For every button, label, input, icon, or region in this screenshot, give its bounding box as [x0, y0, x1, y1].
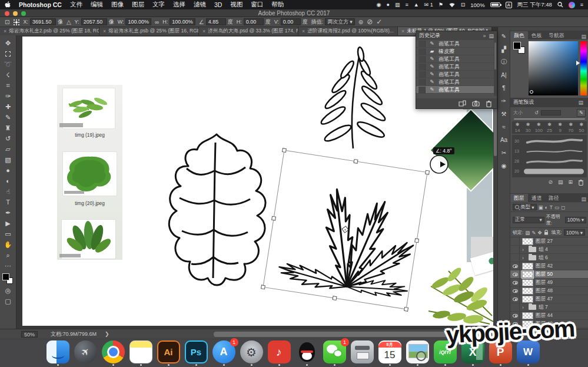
zoom-level-field[interactable]: 50%: [21, 331, 38, 338]
quick-selection-tool[interactable]: ☇: [1, 70, 15, 80]
history-source-checkbox[interactable]: [418, 64, 426, 70]
brush-stroke-item[interactable]: 30: [512, 136, 587, 146]
h-input[interactable]: 100.00%: [170, 18, 195, 25]
close-icon[interactable]: ×: [103, 28, 106, 34]
filter-type-layers-icon[interactable]: T: [550, 204, 553, 210]
dock-illustrator[interactable]: Ai: [157, 340, 180, 366]
dock-qq[interactable]: [295, 340, 318, 366]
marquee-tool[interactable]: [1, 48, 15, 59]
menu-layer[interactable]: 图层: [132, 1, 144, 9]
layer-row[interactable]: 图层 42: [510, 262, 588, 270]
quick-mask-icon[interactable]: ◎: [1, 285, 15, 296]
menu-window[interactable]: 窗口: [251, 1, 263, 9]
history-step[interactable]: ✎画笔工具: [416, 40, 497, 48]
transform-handle-w[interactable]: [271, 216, 276, 221]
history-step[interactable]: ▰橡皮擦: [416, 48, 497, 55]
brush-tip[interactable]: ✱70: [566, 122, 576, 133]
status-arrow-icon[interactable]: ❯: [105, 331, 109, 337]
cancel-transform-button[interactable]: ⊘: [367, 18, 373, 26]
dock-preview[interactable]: [406, 340, 429, 366]
history-step[interactable]: ✎画笔工具: [416, 78, 497, 86]
path-select-tool[interactable]: ▶: [1, 218, 15, 229]
history-source-checkbox[interactable]: [418, 87, 426, 93]
brush-tip[interactable]: ✱30: [523, 122, 533, 133]
crop-tool[interactable]: ⌗: [1, 80, 15, 91]
menu-3d[interactable]: 3D: [214, 1, 222, 8]
filter-adjustment-layers-icon[interactable]: ◐: [545, 204, 548, 210]
history-source-checkbox[interactable]: [418, 56, 426, 62]
hue-slider-arrow[interactable]: [576, 61, 580, 65]
visibility-toggle[interactable]: [511, 237, 520, 245]
layer-row[interactable]: 图层 27: [510, 237, 588, 246]
collapse-panel-icon[interactable]: »: [483, 33, 486, 39]
dock-wechat[interactable]: 1: [323, 340, 346, 366]
history-step[interactable]: ✎画笔工具: [416, 63, 497, 71]
layer-thumbnail[interactable]: [522, 238, 533, 245]
brush-stroke-item[interactable]: 28: [512, 156, 587, 166]
brush-presets-header[interactable]: 画笔预设 ▤: [510, 98, 588, 107]
close-icon[interactable]: ×: [4, 28, 6, 34]
close-window-button[interactable]: [5, 11, 9, 16]
group-row[interactable]: ›组 6: [510, 254, 588, 262]
history-step-selected[interactable]: ✎画笔工具: [416, 86, 497, 94]
document-tab[interactable]: ×济州岛的大海.psd @ 33.3% (图层 174, RGB/8...: [199, 27, 298, 35]
dock-system-preferences[interactable]: ⚙: [240, 340, 263, 366]
brush-panel-icon[interactable]: ✎: [498, 29, 510, 42]
close-icon[interactable]: ×: [302, 28, 305, 34]
gradient-tool[interactable]: ▧: [1, 154, 15, 165]
brush-tip[interactable]: ✱14: [512, 122, 523, 133]
menu-view[interactable]: 视图: [230, 1, 242, 9]
zoom-tool[interactable]: ⌕: [1, 250, 15, 260]
tab-swatches[interactable]: 色板: [528, 31, 546, 39]
info-icon[interactable]: ⓘ: [498, 55, 510, 68]
screen-mode-icon[interactable]: ▢: [1, 296, 15, 306]
dock-printer[interactable]: [350, 340, 374, 366]
visibility-toggle[interactable]: [511, 246, 520, 253]
brush-tip[interactable]: ✱25: [544, 122, 554, 133]
clone-stamp-tool[interactable]: ♜: [1, 123, 15, 133]
dock-notes[interactable]: [129, 340, 152, 366]
eraser-tool[interactable]: ▱: [1, 144, 15, 154]
trash-icon[interactable]: [486, 100, 492, 107]
layer-filter-select[interactable]: 类型▾: [513, 204, 537, 210]
stamp-panel-icon[interactable]: ⚒: [498, 107, 510, 120]
transform-handle-nw[interactable]: [282, 148, 287, 153]
history-source-checkbox[interactable]: [418, 79, 426, 85]
cards-icon[interactable]: ▥: [395, 2, 400, 8]
tab-paths[interactable]: 路径: [545, 194, 563, 202]
brush-size-slider[interactable]: [514, 118, 585, 120]
lock-pixels-icon[interactable]: ✎: [531, 230, 536, 236]
dock-calendar[interactable]: 8月15: [378, 340, 401, 366]
dock-app-store[interactable]: A1: [212, 340, 235, 366]
menu-clock[interactable]: 周三 下午7:48: [517, 1, 552, 9]
dock-netease-music[interactable]: ♪: [267, 340, 291, 366]
paragraph-panel-icon[interactable]: ¶: [498, 81, 510, 94]
styles-panel-icon[interactable]: ✑: [498, 94, 510, 107]
filter-smart-objects-icon[interactable]: ◻: [561, 204, 565, 210]
filter-pixel-layers-icon[interactable]: ▣: [539, 204, 543, 210]
panel-menu-icon[interactable]: ▤: [581, 196, 588, 202]
color-panel-swatches[interactable]: [513, 42, 526, 55]
message-icon[interactable]: ✉ 1: [424, 2, 433, 8]
reference-point-locator[interactable]: [13, 19, 19, 25]
preview-toggle-icon[interactable]: ⊘: [548, 179, 553, 186]
document-tab[interactable]: ×进阶课程海报2.psd @ 100%(RGB/8)...: [298, 27, 398, 35]
relative-position-icon[interactable]: △: [67, 19, 71, 25]
close-icon[interactable]: ×: [401, 28, 404, 34]
visibility-toggle[interactable]: [511, 295, 520, 303]
layer-thumbnail[interactable]: [522, 271, 533, 278]
preview-icon[interactable]: [406, 340, 429, 363]
history-source-checkbox[interactable]: [418, 41, 426, 47]
transform-handle-n[interactable]: [353, 159, 358, 164]
lock-position-icon[interactable]: ✥: [537, 230, 542, 236]
transform-handle-s[interactable]: [332, 296, 337, 300]
zoom-window-button[interactable]: [21, 11, 26, 16]
panel-menu-icon[interactable]: ▤: [581, 34, 588, 39]
wechat-icon[interactable]: 1: [323, 340, 346, 363]
layer-thumbnail[interactable]: [522, 296, 533, 303]
layer-row-selected[interactable]: 图层 50: [510, 270, 588, 279]
expand-icon[interactable]: ›: [522, 305, 526, 310]
dodge-tool[interactable]: ◐: [1, 176, 15, 186]
toggle-brush-panel-button[interactable]: ✎: [577, 109, 586, 117]
brush-tip[interactable]: ✱50: [576, 122, 587, 133]
